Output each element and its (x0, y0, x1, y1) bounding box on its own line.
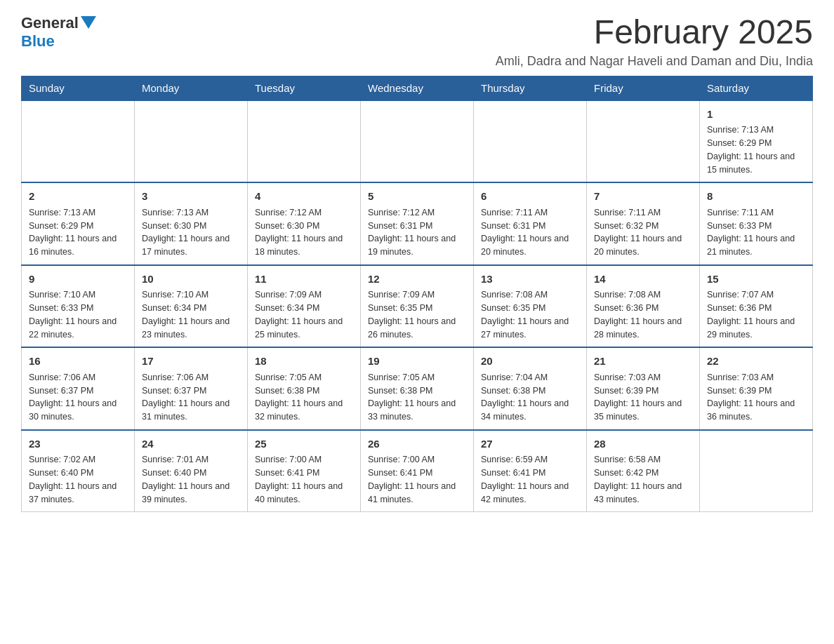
day-number: 27 (481, 436, 579, 452)
calendar-week-2: 2Sunrise: 7:13 AMSunset: 6:29 PMDaylight… (22, 182, 813, 265)
day-number: 3 (142, 189, 240, 205)
calendar-week-1: 1Sunrise: 7:13 AMSunset: 6:29 PMDaylight… (22, 100, 813, 183)
day-info: Sunrise: 7:03 AMSunset: 6:39 PMDaylight:… (707, 371, 805, 424)
calendar-cell (700, 430, 813, 512)
day-info: Sunrise: 7:07 AMSunset: 6:36 PMDaylight:… (707, 288, 805, 341)
calendar-header: Sunday Monday Tuesday Wednesday Thursday… (22, 76, 813, 100)
calendar-cell: 11Sunrise: 7:09 AMSunset: 6:34 PMDayligh… (248, 265, 361, 348)
col-saturday: Saturday (700, 76, 813, 100)
day-info: Sunrise: 7:13 AMSunset: 6:29 PMDaylight:… (707, 123, 805, 176)
col-thursday: Thursday (474, 76, 587, 100)
day-info: Sunrise: 7:09 AMSunset: 6:35 PMDaylight:… (368, 288, 466, 341)
calendar-cell: 14Sunrise: 7:08 AMSunset: 6:36 PMDayligh… (587, 265, 700, 348)
day-info: Sunrise: 7:08 AMSunset: 6:35 PMDaylight:… (481, 288, 579, 341)
day-info: Sunrise: 7:01 AMSunset: 6:40 PMDaylight:… (142, 453, 240, 506)
calendar-cell (587, 100, 700, 183)
logo-general: General (21, 14, 79, 32)
calendar-cell: 13Sunrise: 7:08 AMSunset: 6:35 PMDayligh… (474, 265, 587, 348)
calendar-cell: 4Sunrise: 7:12 AMSunset: 6:30 PMDaylight… (248, 182, 361, 265)
calendar-cell: 3Sunrise: 7:13 AMSunset: 6:30 PMDaylight… (135, 182, 248, 265)
day-number: 12 (368, 271, 466, 288)
day-info: Sunrise: 7:05 AMSunset: 6:38 PMDaylight:… (368, 371, 466, 424)
day-number: 14 (594, 271, 692, 288)
day-number: 17 (142, 354, 240, 370)
col-wednesday: Wednesday (361, 76, 474, 100)
calendar-cell: 6Sunrise: 7:11 AMSunset: 6:31 PMDaylight… (474, 182, 587, 265)
calendar-cell: 17Sunrise: 7:06 AMSunset: 6:37 PMDayligh… (135, 347, 248, 430)
day-number: 24 (142, 436, 240, 452)
calendar-week-5: 23Sunrise: 7:02 AMSunset: 6:40 PMDayligh… (22, 430, 813, 512)
day-number: 26 (368, 436, 466, 452)
calendar-cell: 12Sunrise: 7:09 AMSunset: 6:35 PMDayligh… (361, 265, 474, 348)
day-info: Sunrise: 7:08 AMSunset: 6:36 PMDaylight:… (594, 288, 692, 341)
calendar-cell: 10Sunrise: 7:10 AMSunset: 6:34 PMDayligh… (135, 265, 248, 348)
calendar-cell: 27Sunrise: 6:59 AMSunset: 6:41 PMDayligh… (474, 430, 587, 512)
calendar-cell: 1Sunrise: 7:13 AMSunset: 6:29 PMDaylight… (700, 100, 813, 183)
col-monday: Monday (135, 76, 248, 100)
day-number: 11 (255, 271, 353, 288)
calendar-cell: 5Sunrise: 7:12 AMSunset: 6:31 PMDaylight… (361, 182, 474, 265)
day-number: 21 (594, 354, 692, 370)
day-number: 6 (481, 189, 579, 205)
day-number: 10 (142, 271, 240, 288)
calendar-cell (135, 100, 248, 183)
day-number: 5 (368, 189, 466, 205)
calendar-cell: 23Sunrise: 7:02 AMSunset: 6:40 PMDayligh… (22, 430, 135, 512)
col-tuesday: Tuesday (248, 76, 361, 100)
day-number: 9 (29, 271, 127, 288)
day-number: 2 (29, 189, 127, 205)
day-number: 1 (707, 107, 805, 123)
day-number: 22 (707, 354, 805, 370)
logo: General Blue (21, 14, 96, 51)
day-number: 28 (594, 436, 692, 452)
page-header: General Blue February 2025 Amli, Dadra a… (21, 14, 813, 69)
day-info: Sunrise: 7:00 AMSunset: 6:41 PMDaylight:… (368, 453, 466, 506)
day-number: 20 (481, 354, 579, 370)
day-info: Sunrise: 7:13 AMSunset: 6:30 PMDaylight:… (142, 206, 240, 259)
logo-triangle-icon (81, 16, 96, 29)
location-subtitle: Amli, Dadra and Nagar Haveli and Daman a… (496, 54, 813, 69)
day-info: Sunrise: 7:13 AMSunset: 6:29 PMDaylight:… (29, 206, 127, 259)
day-number: 19 (368, 354, 466, 370)
day-info: Sunrise: 7:11 AMSunset: 6:33 PMDaylight:… (707, 206, 805, 259)
logo-blue: Blue (21, 32, 55, 50)
day-info: Sunrise: 7:10 AMSunset: 6:33 PMDaylight:… (29, 288, 127, 341)
calendar-cell: 28Sunrise: 6:58 AMSunset: 6:42 PMDayligh… (587, 430, 700, 512)
calendar-cell (474, 100, 587, 183)
day-number: 7 (594, 189, 692, 205)
calendar-cell: 26Sunrise: 7:00 AMSunset: 6:41 PMDayligh… (361, 430, 474, 512)
calendar-cell: 20Sunrise: 7:04 AMSunset: 6:38 PMDayligh… (474, 347, 587, 430)
calendar-cell: 15Sunrise: 7:07 AMSunset: 6:36 PMDayligh… (700, 265, 813, 348)
col-sunday: Sunday (22, 76, 135, 100)
day-info: Sunrise: 7:12 AMSunset: 6:31 PMDaylight:… (368, 206, 466, 259)
day-number: 13 (481, 271, 579, 288)
calendar-cell: 24Sunrise: 7:01 AMSunset: 6:40 PMDayligh… (135, 430, 248, 512)
calendar-week-3: 9Sunrise: 7:10 AMSunset: 6:33 PMDaylight… (22, 265, 813, 348)
day-info: Sunrise: 6:59 AMSunset: 6:41 PMDaylight:… (481, 453, 579, 506)
calendar-week-4: 16Sunrise: 7:06 AMSunset: 6:37 PMDayligh… (22, 347, 813, 430)
day-number: 23 (29, 436, 127, 452)
day-info: Sunrise: 7:11 AMSunset: 6:32 PMDaylight:… (594, 206, 692, 259)
month-title: February 2025 (496, 14, 813, 51)
day-number: 4 (255, 189, 353, 205)
calendar-cell: 18Sunrise: 7:05 AMSunset: 6:38 PMDayligh… (248, 347, 361, 430)
calendar-cell: 8Sunrise: 7:11 AMSunset: 6:33 PMDaylight… (700, 182, 813, 265)
day-info: Sunrise: 6:58 AMSunset: 6:42 PMDaylight:… (594, 453, 692, 506)
calendar-cell: 19Sunrise: 7:05 AMSunset: 6:38 PMDayligh… (361, 347, 474, 430)
calendar-cell (22, 100, 135, 183)
col-friday: Friday (587, 76, 700, 100)
calendar-body: 1Sunrise: 7:13 AMSunset: 6:29 PMDaylight… (22, 100, 813, 512)
day-info: Sunrise: 7:10 AMSunset: 6:34 PMDaylight:… (142, 288, 240, 341)
day-info: Sunrise: 7:12 AMSunset: 6:30 PMDaylight:… (255, 206, 353, 259)
calendar-cell: 9Sunrise: 7:10 AMSunset: 6:33 PMDaylight… (22, 265, 135, 348)
calendar-cell: 25Sunrise: 7:00 AMSunset: 6:41 PMDayligh… (248, 430, 361, 512)
day-info: Sunrise: 7:09 AMSunset: 6:34 PMDaylight:… (255, 288, 353, 341)
calendar-cell (361, 100, 474, 183)
day-info: Sunrise: 7:11 AMSunset: 6:31 PMDaylight:… (481, 206, 579, 259)
day-info: Sunrise: 7:02 AMSunset: 6:40 PMDaylight:… (29, 453, 127, 506)
header-row: Sunday Monday Tuesday Wednesday Thursday… (22, 76, 813, 100)
day-info: Sunrise: 7:04 AMSunset: 6:38 PMDaylight:… (481, 371, 579, 424)
day-number: 18 (255, 354, 353, 370)
day-number: 8 (707, 189, 805, 205)
day-info: Sunrise: 7:06 AMSunset: 6:37 PMDaylight:… (142, 371, 240, 424)
